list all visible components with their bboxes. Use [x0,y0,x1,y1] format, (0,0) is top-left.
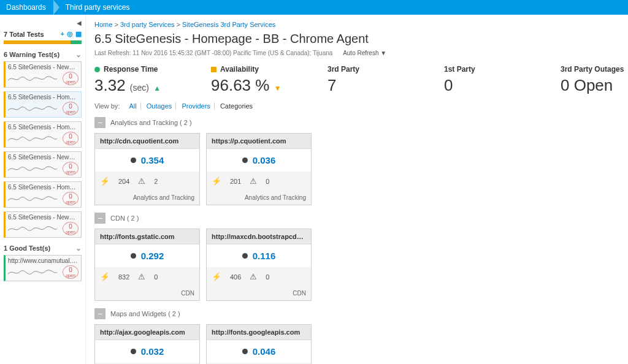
provider-card[interactable]: http://fonts.googleapis.com0.046⚡201⚠0Ma… [206,324,312,364]
test-card[interactable]: 6.5 SiteGenesis - Homepage …0open [4,121,82,148]
viewby-all[interactable]: All [125,102,140,110]
open-count-badge: 0open [63,192,78,205]
top-nav-bar: Dashboards Third party services [0,0,628,15]
test-card[interactable]: 6.5 SiteGenesis - Homepage …0open [4,181,82,208]
chevron-down-icon[interactable]: ⌄ [75,50,82,59]
provider-card[interactable]: http://maxcdn.bootstrapcdn.com0.116⚡406⚠… [206,229,312,301]
provider-host: http://cdn.cquotient.com [95,134,199,149]
status-dot-icon [94,67,100,72]
metric-firstparty-value: 0 [444,76,536,95]
grid-icon[interactable]: ▦ [75,30,82,38]
provider-host: https://p.cquotient.com [207,134,311,149]
viewby-providers[interactable]: Providers [178,102,214,110]
topbar-crumb-thirdparty[interactable]: Third party services [63,3,137,12]
metric-outages-value: 0 Open [561,76,628,95]
provider-hosts-count: 201 [230,178,241,185]
provider-card[interactable]: https://p.cquotient.com0.036⚡201⚠0Analyt… [206,133,312,205]
provider-card[interactable]: http://cdn.cquotient.com0.354⚡204⚠2Analy… [94,133,200,205]
plug-icon: ⚡ [100,272,110,281]
plug-icon: ⚡ [212,272,221,281]
test-card-title: 6.5 SiteGenesis - Homepage … [8,94,78,100]
viewby-categories[interactable]: Categories [216,102,256,110]
status-square-icon [211,67,216,72]
test-card[interactable]: http://www.cunamutual.co…0open [4,255,82,281]
provider-value: 0.354 [141,155,164,165]
open-count-badge: 0open [63,265,78,279]
test-card-title: 6.5 SiteGenesis - NewArrival… [8,214,78,221]
warning-icon: ⚠ [138,272,145,281]
metric-thirdparty-label: 3rd Party [327,65,359,74]
provider-warn-count: 0 [154,273,158,281]
provider-card[interactable]: http://fonts.gstatic.com0.292⚡832⚠0CDN [94,229,200,301]
test-card-title: 6.5 SiteGenesis - NewArrival… [8,154,78,161]
add-icon[interactable]: + [61,30,64,38]
warning-icon: ⚠ [250,272,257,281]
status-dot-icon [131,157,136,163]
provider-host: http://fonts.googleapis.com [207,325,311,340]
open-count-badge: 0open [63,132,78,145]
test-card[interactable]: 6.5 SiteGenesis - Homepage …0open [4,91,82,118]
topbar-crumb-dashboards[interactable]: Dashboards [6,3,53,12]
provider-card[interactable]: http://ajax.googleapis.com0.032⚡204⚠3Map… [94,324,200,364]
sparkline-icon [8,265,63,279]
viewby-label: View by: [94,102,123,110]
trend-down-icon: ▼ [274,84,281,93]
test-card-title: 6.5 SiteGenesis - NewArrival… [8,64,78,70]
page-title: 6.5 SiteGenesis - Homepage - BB - Chrome… [94,32,622,46]
status-dot-icon [131,349,136,354]
provider-category: CDN [95,286,199,300]
warning-tests-label: 6 Warning Test(s) [4,51,59,58]
breadcrumb: Home > 3rd party Services > SiteGenesis … [94,21,622,28]
metric-response-value: 3.32 [94,76,126,94]
chevron-right-icon [53,0,59,15]
sparkline-icon [8,192,63,205]
provider-value: 0.046 [253,346,276,357]
breadcrumb-home[interactable]: Home [94,21,112,28]
category-name: Analytics and Tracking ( 2 ) [110,119,192,126]
warning-icon: ⚠ [138,176,145,186]
provider-value: 0.036 [253,155,276,165]
provider-hosts-count: 204 [118,178,129,185]
status-dot-icon [242,349,248,354]
warning-icon: ⚠ [250,176,257,186]
provider-value: 0.032 [141,346,164,357]
open-count-badge: 0open [63,102,78,115]
test-card[interactable]: 6.5 SiteGenesis - NewArrival…0open [4,151,82,178]
provider-value: 0.292 [141,251,164,261]
provider-category: Analytics and Tracking [207,191,311,205]
sidebar: ◀ 7 Total Tests + ◎ ▦ 6 Warning Test(s) … [0,15,86,364]
test-card-title: http://www.cunamutual.co… [8,257,78,264]
status-dot-icon [131,253,136,259]
category-toggle[interactable]: − [94,117,105,128]
main-content: Home > 3rd party Services > SiteGenesis … [86,15,628,364]
open-count-badge: 0open [63,72,78,85]
test-card[interactable]: 6.5 SiteGenesis - NewArrival…0open [4,61,82,88]
viewby-outages[interactable]: Outages [143,102,177,110]
open-count-badge: 0open [63,222,78,235]
view-by-tabs: View by: All Outages Providers Categorie… [94,102,622,110]
sparkline-icon [8,72,63,85]
breadcrumb-sitegenesis[interactable]: SiteGenesis 3rd Party Services [182,21,275,28]
provider-hosts-count: 832 [118,273,129,281]
breadcrumb-services[interactable]: 3rd party Services [120,21,175,28]
sparkline-icon [8,162,63,175]
metric-availability-value: 96.63 % [211,76,269,94]
provider-host: http://ajax.googleapis.com [95,325,199,340]
auto-refresh-dropdown[interactable]: Auto Refresh ▼ [343,50,386,56]
status-dot-icon [242,157,248,163]
category-name: CDN ( 2 ) [110,214,139,222]
category-toggle[interactable]: − [94,213,105,224]
last-refresh-label: Last Refresh: 11 Nov 2016 15:45:32 (GMT … [94,50,332,56]
test-card[interactable]: 6.5 SiteGenesis - NewArrival…0open [4,211,82,238]
target-icon[interactable]: ◎ [67,30,73,38]
provider-value: 0.116 [253,251,276,261]
metric-thirdparty-value: 7 [327,76,419,95]
provider-host: http://fonts.gstatic.com [95,229,199,245]
category-toggle[interactable]: − [94,308,105,319]
sparkline-icon [8,132,63,145]
metric-response-unit: (sec) [130,83,149,93]
tests-status-bar [4,40,82,44]
sidebar-collapse-icon[interactable]: ◀ [4,20,82,26]
chevron-down-icon[interactable]: ⌄ [75,244,82,252]
provider-hosts-count: 406 [230,273,241,281]
